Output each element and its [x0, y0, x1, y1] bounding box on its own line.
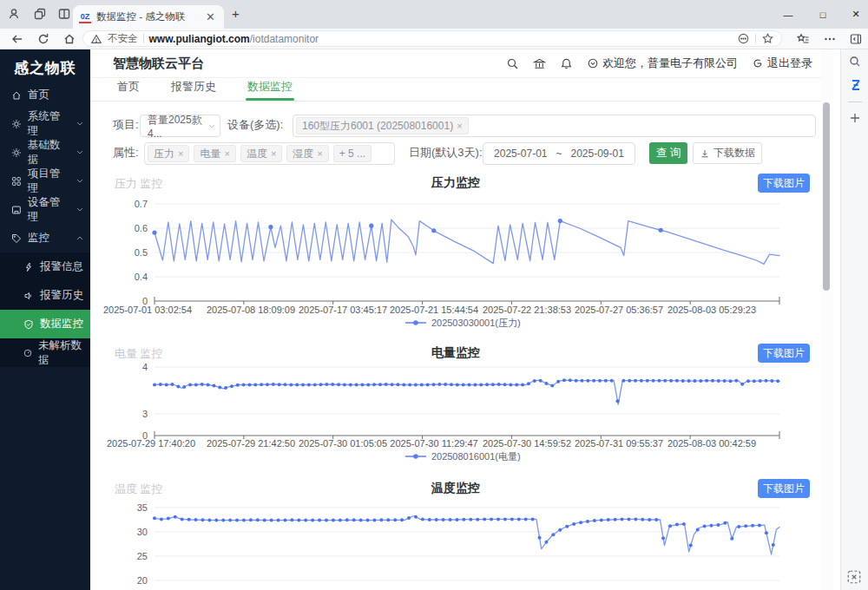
svg-text:2025-07-30 01:05:05: 2025-07-30 01:05:05 [299, 438, 387, 449]
collections-icon[interactable] [796, 32, 810, 46]
gear-icon [11, 119, 22, 129]
add-sidebar-item-icon[interactable] [849, 112, 861, 124]
download-image-button[interactable]: 下载图片 [758, 479, 810, 498]
remove-tag-icon[interactable]: × [317, 148, 322, 159]
pressure-chart-plot: 0.70.60.50.402025-07-01 03:02:542025-07-… [95, 195, 820, 334]
chevron-down-icon [76, 150, 83, 154]
browser-tab[interactable]: 0Z 数据监控 - 感之物联 ✕ [73, 5, 224, 29]
user-menu[interactable]: 欢迎您，普量电子有限公司 [587, 56, 738, 71]
svg-text:30: 30 [137, 527, 148, 537]
temperature-chart-header: 温度 监控 温度监控 下载图片 [90, 479, 821, 500]
back-icon[interactable] [10, 32, 24, 46]
close-tab-icon[interactable]: ✕ [203, 10, 218, 23]
refresh-icon[interactable] [36, 32, 50, 46]
chevron-up-icon [76, 236, 83, 240]
sidebar-panel-icon[interactable] [849, 32, 863, 46]
tab-data-monitor[interactable]: 数据监控 [247, 79, 293, 101]
sidebar-item-system[interactable]: 系统管理 [0, 109, 90, 138]
close-window-button[interactable]: ✕ [838, 0, 868, 29]
sidebar-item-home[interactable]: 首页 [0, 81, 90, 109]
page-title: 智慧物联云平台 [113, 56, 204, 72]
device-icon [11, 205, 22, 215]
maximize-button[interactable]: □ [806, 0, 840, 29]
sidebar-item-monitor[interactable]: 监控 [0, 224, 90, 252]
sidebar-item-alarm-history[interactable]: 报警历史 [0, 281, 90, 310]
svg-text:0.7: 0.7 [135, 199, 148, 209]
remove-tag-icon[interactable]: × [457, 121, 462, 131]
bell-icon[interactable] [560, 57, 573, 70]
svg-text:4: 4 [142, 363, 148, 372]
minimize-button[interactable]: — [771, 0, 806, 29]
download-icon [700, 148, 710, 159]
download-image-button[interactable]: 下载图片 [758, 344, 810, 363]
svg-text:0.6: 0.6 [135, 223, 148, 233]
sidebar-item-devices[interactable]: 设备管理 [0, 195, 90, 224]
svg-text:25: 25 [137, 551, 148, 561]
filter-row-project: 项目: 普量2025款4... 设备(多选): 160型压力6001 (2025… [90, 114, 821, 138]
sidebar-item-alarm-info[interactable]: 报警信息 [0, 252, 90, 281]
search-icon[interactable] [506, 57, 519, 70]
query-button[interactable]: 查 询 [649, 142, 687, 164]
date-label: 日期(默认3天): [409, 141, 483, 164]
remove-tag-icon[interactable]: × [271, 148, 276, 159]
sidebar-item-unparsed-data[interactable]: 未解析数据 [0, 338, 90, 367]
date-range-input[interactable]: 2025-07-01 ~ 2025-09-01 [483, 142, 635, 165]
browser-window: 0Z 数据监控 - 感之物联 ✕ + — □ ✕ 不安全 www.puliang… [0, 0, 868, 590]
svg-text:202508016001(电量): 202508016001(电量) [431, 451, 521, 462]
profile-icon[interactable] [7, 7, 21, 21]
project-select[interactable]: 普量2025款4... [140, 115, 220, 137]
svg-text:2025-07-21 15:44:54: 2025-07-21 15:44:54 [390, 305, 478, 315]
settings-menu-icon[interactable] [823, 32, 837, 46]
device-multiselect[interactable]: 160型压力6001 (202508016001)× [293, 115, 816, 137]
tab-title: 数据监控 - 感之物联 [96, 10, 198, 23]
svg-text:3: 3 [142, 409, 148, 419]
sidebar-search-icon[interactable] [848, 55, 862, 69]
app-header: 智慧物联云平台 欢迎您，普量电子有限公司 [90, 49, 821, 78]
security-warning-icon [90, 33, 102, 45]
workspaces-icon[interactable] [33, 7, 47, 21]
monitor-submenu: 报警信息 报警历史 数据监控 未解析数据 [0, 252, 90, 367]
coupons-icon[interactable] [737, 32, 750, 45]
welcome-text: 欢迎您，普量电子有限公司 [602, 56, 738, 71]
attr-more-tag[interactable]: + 5 ... [333, 145, 372, 162]
page-scrollbar[interactable] [821, 49, 833, 590]
bookmark-star-icon[interactable] [761, 32, 774, 45]
new-tab-button[interactable]: + [232, 6, 240, 21]
attr-tag: 压力× [148, 145, 189, 162]
logout-button[interactable]: 退出登录 [752, 56, 812, 71]
temperature-chart-plot: 35302520 [95, 502, 820, 590]
pressure-chart-header: 压力 监控 压力监控 下载图片 [90, 174, 821, 194]
divider [755, 34, 756, 43]
tab-home[interactable]: 首页 [117, 79, 140, 101]
gauge-icon [23, 348, 32, 358]
home-icon[interactable] [62, 32, 76, 46]
tab-alarm-history[interactable]: 报警历史 [171, 79, 216, 101]
split-screen-icon[interactable] [57, 7, 71, 21]
remove-tag-icon[interactable]: × [178, 148, 183, 159]
page-tabs: 首页 报警历史 数据监控 [90, 78, 821, 102]
attr-multiselect[interactable]: 压力× 电量× 温度× 湿度× + 5 ... [144, 142, 395, 165]
download-data-button[interactable]: 下载数据 [693, 142, 762, 164]
chart-title: 压力监控 [90, 175, 821, 191]
bank-icon[interactable] [533, 57, 546, 70]
sidebar-item-data-monitor[interactable]: 数据监控 [0, 310, 90, 338]
svg-text:2025-07-31 09:55:37: 2025-07-31 09:55:37 [575, 438, 663, 449]
svg-text:2025-08-03 00:42:59: 2025-08-03 00:42:59 [667, 438, 756, 449]
svg-text:2025-07-17 03:45:17: 2025-07-17 03:45:17 [299, 305, 387, 315]
download-image-button[interactable]: 下载图片 [758, 174, 810, 193]
sidebar-item-projects[interactable]: 项目管理 [0, 167, 90, 195]
app-shortcut-icon[interactable] [848, 78, 862, 92]
device-tag: 160型压力6001 (202508016001)× [296, 117, 469, 134]
chart-title: 温度监控 [90, 481, 821, 496]
screen-clip-icon[interactable] [846, 569, 862, 585]
attr-label: 属性: [113, 141, 139, 164]
home-icon [11, 90, 22, 101]
attr-tag: 温度× [240, 145, 282, 162]
sidebar-item-basedata[interactable]: 基础数据 [0, 138, 90, 167]
remove-tag-icon[interactable]: × [224, 148, 229, 159]
scrollbar-thumb[interactable] [823, 102, 830, 291]
security-label[interactable]: 不安全 [108, 32, 138, 45]
url-text[interactable]: www.puliangiot.com/iotdatamonitor [149, 33, 319, 45]
tag-icon [11, 233, 22, 244]
address-bar[interactable]: 不安全 www.puliangiot.com/iotdatamonitor [82, 30, 782, 47]
